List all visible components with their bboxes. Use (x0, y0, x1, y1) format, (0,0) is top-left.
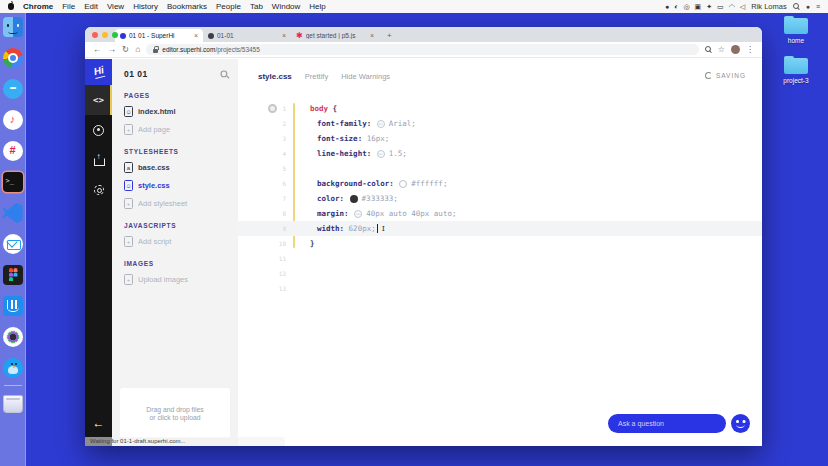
code-line-9[interactable]: 9width: 620px;I (238, 221, 762, 236)
bookmark-star-icon[interactable]: ☆ (718, 45, 725, 54)
notification-center-icon[interactable]: ≡ (816, 3, 820, 10)
status-dot-icon[interactable]: ● (665, 3, 669, 10)
back-icon[interactable]: ← (93, 45, 102, 54)
code-line-8[interactable]: 8margin: –40px auto 40px auto; (238, 206, 762, 221)
rail-preview-tab[interactable] (85, 115, 112, 145)
reload-icon[interactable]: ↻ (122, 45, 129, 54)
dock-twitter-icon[interactable] (3, 358, 23, 378)
menu-item-help[interactable]: Help (309, 2, 325, 11)
profile-avatar[interactable] (731, 45, 740, 54)
file-item-add-script[interactable]: +Add script (124, 236, 228, 247)
code-line-6[interactable]: 6background-color: #ffffff; (238, 176, 762, 191)
file-item-index-html[interactable]: ☺index.html (124, 106, 228, 117)
value-stepper-icon[interactable]: – (354, 210, 362, 218)
color-swatch[interactable] (350, 195, 358, 203)
value-stepper-icon[interactable]: – (377, 150, 385, 158)
line-number: 8 (238, 210, 286, 217)
close-window-button[interactable] (92, 32, 98, 38)
color-swatch[interactable] (399, 180, 407, 188)
code-line-10[interactable]: 10} (238, 236, 762, 251)
dock-slack-icon[interactable]: # (3, 141, 23, 161)
menu-item-edit[interactable]: Edit (84, 2, 98, 11)
menu-item-bookmarks[interactable]: Bookmarks (167, 2, 207, 11)
dock-trash-icon[interactable] (3, 393, 23, 413)
browser-tab-2[interactable]: 01-01× (203, 29, 291, 42)
browser-tab-3[interactable]: ✱get started | p5.js× (291, 29, 379, 42)
rail-share-tab[interactable] (85, 145, 112, 175)
forward-icon[interactable]: → (108, 45, 117, 54)
dock-intercom-icon[interactable] (3, 296, 23, 316)
code-line-1[interactable]: 1body { (238, 101, 762, 116)
menu-user-name[interactable]: Rik Lomas (751, 2, 786, 11)
editor-file-tab[interactable]: style.css (258, 72, 292, 81)
code-line-content: } (286, 239, 315, 248)
upload-dropzone[interactable]: Drag and drop files or click to upload (120, 388, 230, 438)
ask-question-button[interactable]: Ask a question (608, 414, 726, 433)
dock-mail-icon[interactable] (3, 234, 23, 254)
siri-icon[interactable]: ● (806, 3, 810, 10)
zoom-page-icon[interactable] (705, 46, 712, 53)
rail-code-tab[interactable]: <> (85, 85, 112, 115)
camera-icon[interactable]: ◎ (684, 3, 690, 11)
menu-item-people[interactable]: People (216, 2, 241, 11)
file-item-base-css[interactable]: abase.css (124, 162, 228, 173)
menu-item-history[interactable]: History (133, 2, 158, 11)
toolbar-right: ☆ ⋮ (705, 45, 754, 54)
tab-close-icon[interactable]: × (194, 32, 198, 39)
menu-item-window[interactable]: Window (272, 2, 300, 11)
apple-menu-icon[interactable] (8, 3, 14, 10)
code-area[interactable]: 1body {2font-family: –Arial;3font-size: … (238, 101, 762, 446)
superhi-logo[interactable]: Hi (85, 59, 112, 85)
dock-terminal-icon[interactable]: >_ (3, 172, 23, 192)
rail-settings-tab[interactable] (85, 175, 112, 205)
file-item-style-css[interactable]: ☺style.css (124, 180, 228, 191)
battery-icon[interactable]: ▭ (717, 3, 724, 11)
file-item-upload-images[interactable]: +Upload images (124, 274, 228, 285)
address-bar[interactable]: editor.superhi.com/projects/53455 (146, 44, 699, 55)
file-search-icon[interactable] (220, 70, 228, 78)
dock-music-icon[interactable]: ♪ (3, 110, 23, 130)
menu-item-file[interactable]: File (62, 2, 75, 11)
spotlight-search-icon[interactable] (793, 3, 800, 10)
menu-item-chrome[interactable]: Chrome (23, 2, 53, 11)
update-icon[interactable]: ◐ (674, 3, 678, 10)
menu-item-view[interactable]: View (107, 2, 124, 11)
wifi-icon[interactable]: ◠ (729, 3, 735, 11)
code-line-12[interactable]: 12 (238, 266, 762, 281)
dock-vscode-icon[interactable] (3, 203, 23, 223)
zoom-window-button[interactable] (112, 32, 118, 38)
code-line-3[interactable]: 3font-size: 16px; (238, 131, 762, 146)
volume-icon[interactable]: ◁ (740, 3, 745, 11)
new-tab-button[interactable]: + (383, 29, 396, 42)
dock-messages-icon[interactable]: ••• (3, 79, 23, 99)
code-line-13[interactable]: 13 (238, 281, 762, 296)
browser-menu-icon[interactable]: ⋮ (746, 45, 754, 54)
file-item-add-page[interactable]: +Add page (124, 124, 228, 135)
file-item-add-stylesheet[interactable]: +Add stylesheet (124, 198, 228, 209)
value-stepper-icon[interactable]: – (377, 120, 385, 128)
code-line-7[interactable]: 7color: #333333; (238, 191, 762, 206)
browser-tab-1[interactable]: 01 01 - SuperHi× (115, 29, 203, 42)
code-line-11[interactable]: 11 (238, 251, 762, 266)
desktop-folder-project-3[interactable]: project-3 (770, 58, 822, 84)
tab-close-icon[interactable]: × (282, 32, 286, 39)
minimize-window-button[interactable] (102, 32, 108, 38)
menu-item-tab[interactable]: Tab (250, 2, 263, 11)
file-icon: + (124, 198, 133, 209)
help-smiley-button[interactable] (731, 414, 750, 433)
prettify-button[interactable]: Prettify (305, 72, 328, 81)
display-icon[interactable]: ▣ (695, 3, 702, 11)
dock-figma-icon[interactable] (3, 265, 23, 285)
code-line-2[interactable]: 2font-family: –Arial; (238, 116, 762, 131)
code-line-4[interactable]: 4line-height: –1.5; (238, 146, 762, 161)
code-line-5[interactable]: 5 (238, 161, 762, 176)
dock-finder-icon[interactable] (3, 17, 23, 37)
desktop-folder-home[interactable]: home (770, 18, 822, 44)
home-icon[interactable]: ⌂ (135, 45, 140, 54)
dropbox-icon[interactable]: ✦ (706, 3, 712, 11)
dock-chrome-icon[interactable] (3, 48, 23, 68)
dock-screenflow-icon[interactable] (3, 327, 23, 347)
tab-close-icon[interactable]: × (370, 32, 374, 39)
back-arrow-button[interactable]: ← (85, 416, 112, 430)
hide-warnings-button[interactable]: Hide Warnings (341, 72, 390, 81)
